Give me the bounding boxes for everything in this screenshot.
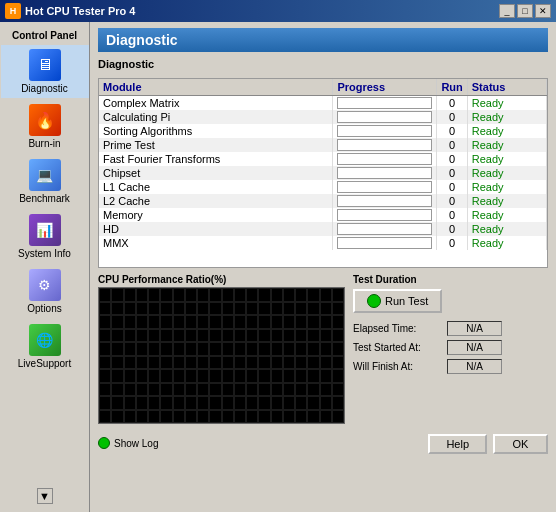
chart-cell — [234, 302, 246, 316]
maximize-button[interactable]: □ — [517, 4, 533, 18]
sidebar-item-diagnostic[interactable]: 🖥 Diagnostic — [1, 45, 89, 98]
chart-cell — [271, 342, 283, 356]
col-status[interactable]: Status — [467, 79, 546, 96]
chart-cell — [222, 383, 234, 397]
show-log-section: Show Log — [98, 435, 158, 451]
cpu-chart-section: CPU Performance Ratio(%) // Generate gri… — [98, 274, 345, 424]
footer-row: Show Log Help OK — [98, 432, 548, 454]
progress-bar — [337, 195, 432, 207]
chart-cell — [246, 356, 258, 370]
chart-cell — [111, 383, 123, 397]
diagnostic-table: Module Progress Run Status Complex Matri… — [99, 79, 547, 250]
chart-cell — [209, 356, 221, 370]
chart-cell — [258, 383, 270, 397]
cell-module: HD — [99, 222, 333, 236]
chart-cell — [136, 356, 148, 370]
chart-cell — [222, 369, 234, 383]
chart-cell — [148, 410, 160, 424]
chart-cell — [320, 342, 332, 356]
chart-cell — [332, 315, 344, 329]
test-started-value: N/A — [447, 340, 502, 355]
cell-run: 0 — [437, 236, 467, 250]
progress-bar — [337, 111, 432, 123]
col-progress[interactable]: Progress — [333, 79, 437, 96]
show-log-label[interactable]: Show Log — [114, 438, 158, 449]
chart-cell — [136, 383, 148, 397]
col-run[interactable]: Run — [437, 79, 467, 96]
sidebar-label-livesupport: LiveSupport — [18, 358, 71, 369]
chart-cell — [173, 383, 185, 397]
chart-cell — [234, 315, 246, 329]
chart-cell — [307, 396, 319, 410]
chart-cell — [185, 288, 197, 302]
chart-cell — [160, 302, 172, 316]
chart-cell — [124, 342, 136, 356]
chart-cell — [234, 356, 246, 370]
chart-cell — [222, 288, 234, 302]
cell-status: Ready — [467, 194, 546, 208]
table-row: Chipset 0 Ready — [99, 166, 547, 180]
chart-cell — [99, 396, 111, 410]
cell-run: 0 — [437, 194, 467, 208]
cell-progress — [333, 124, 437, 138]
bottom-section: CPU Performance Ratio(%) // Generate gri… — [98, 274, 548, 424]
progress-bar — [337, 223, 432, 235]
title-bar-buttons: _ □ ✕ — [499, 4, 551, 18]
chart-cell — [258, 356, 270, 370]
chart-cell — [320, 383, 332, 397]
cell-module: Calculating Pi — [99, 110, 333, 124]
table-row: MMX 0 Ready — [99, 236, 547, 250]
help-button[interactable]: Help — [428, 434, 487, 454]
chart-cell — [271, 329, 283, 343]
chart-cell — [295, 396, 307, 410]
cell-module: Memory — [99, 208, 333, 222]
table-row: Memory 0 Ready — [99, 208, 547, 222]
sidebar-item-benchmark[interactable]: 💻 Benchmark — [1, 155, 89, 208]
cell-run: 0 — [437, 110, 467, 124]
chart-cell — [197, 369, 209, 383]
sidebar-dropdown-button[interactable]: ▼ — [37, 488, 53, 504]
chart-cell — [111, 356, 123, 370]
chart-cell — [197, 356, 209, 370]
chart-cell — [307, 383, 319, 397]
chart-cell — [283, 342, 295, 356]
options-icon: ⚙ — [29, 269, 61, 301]
sidebar-item-burnin[interactable]: 🔥 Burn-in — [1, 100, 89, 153]
chart-cell — [271, 288, 283, 302]
sidebar-label-benchmark: Benchmark — [19, 193, 70, 204]
ok-button[interactable]: OK — [493, 434, 548, 454]
chart-cell — [234, 369, 246, 383]
sidebar-item-options[interactable]: ⚙ Options — [1, 265, 89, 318]
chart-cell — [332, 288, 344, 302]
chart-cell — [111, 288, 123, 302]
chart-cell — [111, 315, 123, 329]
run-test-label: Run Test — [385, 295, 428, 307]
sidebar-item-livesupport[interactable]: 🌐 LiveSupport — [1, 320, 89, 373]
progress-bar — [337, 237, 432, 249]
close-button[interactable]: ✕ — [535, 4, 551, 18]
chart-cell — [271, 369, 283, 383]
cell-run: 0 — [437, 124, 467, 138]
chart-cell — [148, 288, 160, 302]
chart-cell — [246, 383, 258, 397]
chart-cell — [111, 410, 123, 424]
run-test-button[interactable]: Run Test — [353, 289, 442, 313]
cpu-chart: // Generate grid cells inline via JS aft… — [98, 287, 345, 424]
cell-progress — [333, 180, 437, 194]
chart-cell — [136, 369, 148, 383]
chart-cell — [307, 410, 319, 424]
chart-cell — [320, 302, 332, 316]
sidebar-item-sysinfo[interactable]: 📊 System Info — [1, 210, 89, 263]
chart-cell — [246, 288, 258, 302]
chart-cell — [173, 342, 185, 356]
chart-cell — [209, 329, 221, 343]
minimize-button[interactable]: _ — [499, 4, 515, 18]
col-module[interactable]: Module — [99, 79, 333, 96]
sidebar-label-burnin: Burn-in — [28, 138, 60, 149]
chart-cell — [283, 383, 295, 397]
main-container: Control Panel 🖥 Diagnostic 🔥 Burn-in 💻 B… — [0, 22, 556, 512]
cell-progress — [333, 222, 437, 236]
chart-cell — [99, 410, 111, 424]
cell-status: Ready — [467, 222, 546, 236]
chart-cell — [258, 329, 270, 343]
